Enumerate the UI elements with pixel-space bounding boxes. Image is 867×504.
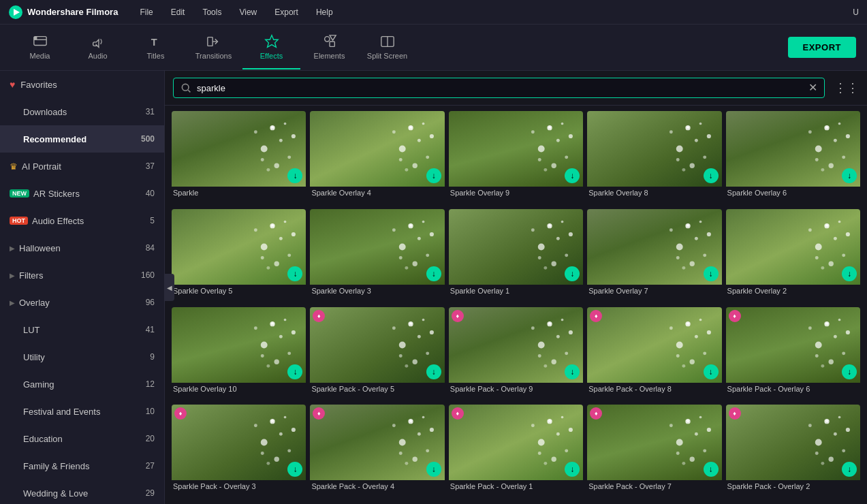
export-button[interactable]: EXPORT — [788, 37, 856, 58]
effect-label: Sparkle Pack - Overlay 3 — [172, 480, 306, 492]
menu-export[interactable]: Export — [272, 6, 301, 18]
toolbar-titles[interactable]: T Titles — [127, 26, 185, 69]
download-button[interactable]: ↓ — [842, 266, 857, 281]
effect-thumbnail: ↓ — [310, 111, 444, 187]
svg-point-225 — [842, 450, 845, 453]
sparkle-effect — [587, 111, 721, 187]
sidebar-item-downloads[interactable]: Downloads31 — [0, 98, 164, 125]
sparkle-effect — [449, 405, 583, 480]
svg-point-182 — [274, 457, 279, 462]
sidebar-item-halloween[interactable]: ▶Halloween84 — [0, 234, 164, 262]
search-input-wrap: ✕ — [173, 78, 825, 98]
sidebar-item-lut[interactable]: LUT41 — [0, 316, 164, 343]
svg-point-192 — [426, 450, 430, 453]
menu-file[interactable]: File — [137, 6, 155, 18]
effect-item[interactable]: ↓ Sparkle Overlay 5 — [172, 209, 306, 303]
download-button[interactable]: ↓ — [704, 364, 719, 379]
download-button[interactable]: ↓ — [426, 462, 441, 477]
download-button[interactable]: ↓ — [287, 364, 302, 379]
download-button[interactable]: ↓ — [426, 168, 441, 183]
effect-item[interactable]: ♦ ↓ Sparkle Pack - Overlay 4 — [310, 405, 444, 499]
effect-item[interactable]: ↓ Sparkle Overlay 4 — [310, 111, 444, 205]
effect-item[interactable]: ↓ Sparkle Overlay 6 — [726, 111, 860, 205]
effect-item[interactable]: ♦ ↓ Sparkle Pack - Overlay 1 — [449, 405, 583, 499]
svg-point-208 — [561, 416, 563, 419]
sidebar-item-overlay[interactable]: ▶Overlay96 — [0, 289, 164, 316]
sidebar-label: Filters — [19, 270, 138, 281]
expand-icon: ▶ — [10, 272, 15, 279]
toolbar-splitscreen[interactable]: Split Screen — [358, 26, 416, 69]
menu-help[interactable]: Help — [313, 6, 336, 18]
sidebar-item-filters[interactable]: ▶Filters160 — [0, 262, 164, 289]
sidebar-item-ai-portrait[interactable]: ♛AI Portrait37 — [0, 153, 164, 180]
effect-item[interactable]: ↓ Sparkle Overlay 7 — [587, 209, 721, 303]
svg-point-198 — [399, 452, 403, 455]
download-button[interactable]: ↓ — [842, 364, 857, 379]
download-button[interactable]: ↓ — [426, 364, 441, 379]
download-button[interactable]: ↓ — [565, 364, 580, 379]
search-clear-button[interactable]: ✕ — [808, 82, 817, 93]
effect-item[interactable]: ♦ ↓ Sparkle Pack - Overlay 8 — [587, 307, 721, 401]
sidebar-label: Overlay — [19, 298, 143, 308]
download-button[interactable]: ↓ — [565, 266, 580, 281]
menu-edit[interactable]: Edit — [168, 6, 188, 18]
svg-point-197 — [422, 416, 425, 419]
svg-point-219 — [699, 416, 702, 419]
svg-point-152 — [543, 364, 547, 367]
download-button[interactable]: ↓ — [704, 266, 719, 281]
effect-item[interactable]: ↓ Sparkle Overlay 8 — [587, 111, 721, 205]
toolbar-audio[interactable]: Audio — [69, 26, 127, 69]
svg-point-65 — [838, 123, 840, 125]
toolbar-transitions[interactable]: Transitions — [185, 26, 242, 69]
svg-point-151 — [569, 330, 573, 334]
svg-point-110 — [676, 256, 680, 259]
effect-item[interactable]: ♦ ↓ Sparkle Pack - Overlay 2 — [726, 405, 860, 499]
effect-item[interactable]: ♦ ↓ Sparkle Pack - Overlay 9 — [449, 307, 583, 401]
effect-item[interactable]: ♦ ↓ Sparkle Pack - Overlay 6 — [726, 307, 860, 401]
effect-item[interactable]: ↓ Sparkle Overlay 1 — [449, 209, 583, 303]
search-input[interactable] — [197, 83, 803, 93]
svg-point-139 — [392, 326, 396, 330]
effect-label: Sparkle Pack - Overlay 1 — [449, 480, 583, 492]
effect-item[interactable]: ↓ Sparkle Overlay 3 — [310, 209, 444, 303]
svg-point-27 — [426, 155, 430, 159]
effect-thumbnail: ↓ — [310, 209, 444, 285]
effect-item[interactable]: ♦ ↓ Sparkle Pack - Overlay 3 — [172, 405, 306, 499]
effect-item[interactable]: ↓ Sparkle — [172, 111, 306, 205]
download-button[interactable]: ↓ — [842, 168, 857, 183]
sidebar-item-festival[interactable]: Festival and Events10 — [0, 398, 164, 425]
sidebar-item-family[interactable]: Family & Friends27 — [0, 452, 164, 479]
sidebar-item-gaming[interactable]: Gaming12 — [0, 371, 164, 398]
toolbar-elements[interactable]: Elements — [300, 26, 358, 69]
toolbar-media[interactable]: Media — [11, 26, 69, 69]
svg-point-138 — [413, 359, 417, 364]
effect-item[interactable]: ♦ ↓ Sparkle Pack - Overlay 7 — [587, 405, 721, 499]
effect-item[interactable]: ↓ Sparkle Overlay 10 — [172, 307, 306, 401]
grid-view-button[interactable]: ⋮⋮ — [834, 80, 859, 95]
svg-point-84 — [392, 228, 396, 232]
effect-item[interactable]: ↓ Sparkle Overlay 9 — [449, 111, 583, 205]
sidebar-collapse-button[interactable]: ◀ — [165, 274, 174, 301]
svg-point-223 — [834, 432, 837, 436]
download-button[interactable]: ↓ — [426, 266, 441, 281]
sidebar-item-wedding[interactable]: Wedding & Love29 — [0, 479, 164, 504]
sidebar-item-education[interactable]: Education20 — [0, 425, 164, 452]
sidebar-item-favorites[interactable]: ♥Favorites — [0, 71, 164, 98]
download-button[interactable]: ↓ — [704, 462, 719, 477]
svg-point-209 — [538, 452, 541, 455]
svg-point-162 — [707, 330, 711, 334]
download-button[interactable]: ↓ — [704, 168, 719, 183]
toolbar-effects[interactable]: Effects — [242, 26, 300, 69]
menu-view[interactable]: View — [236, 6, 259, 18]
effect-label: Sparkle Pack - Overlay 6 — [726, 383, 860, 395]
sidebar-item-utility[interactable]: Utility9 — [0, 343, 164, 371]
sidebar-item-ar-stickers[interactable]: NEWAR Stickers40 — [0, 180, 164, 207]
sidebar-item-audio-effects[interactable]: HOTAudio Effects5 — [0, 207, 164, 234]
svg-point-175 — [838, 318, 840, 321]
menu-tools[interactable]: Tools — [200, 6, 224, 18]
svg-point-104 — [703, 253, 706, 257]
effect-item[interactable]: ♦ ↓ Sparkle Pack - Overlay 5 — [310, 307, 444, 401]
sidebar-item-recommended[interactable]: Recommended500 — [0, 125, 164, 153]
effect-item[interactable]: ↓ Sparkle Overlay 2 — [726, 209, 860, 303]
svg-point-7 — [324, 36, 329, 41]
